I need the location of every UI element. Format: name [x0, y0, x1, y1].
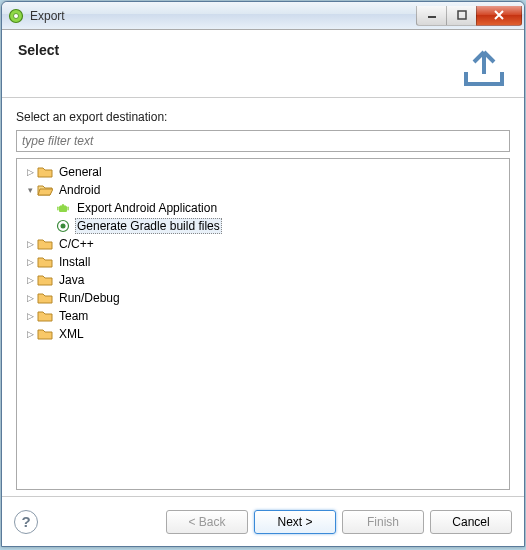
expand-icon[interactable]: ▷ [23, 237, 37, 251]
expand-icon[interactable]: ▷ [23, 327, 37, 341]
tree-label: Run/Debug [57, 290, 122, 306]
app-icon [8, 8, 24, 24]
folder-icon [37, 255, 53, 269]
expand-icon[interactable]: ▷ [23, 165, 37, 179]
tree-node-export-android-app[interactable]: Export Android Application [19, 199, 507, 217]
folder-icon [37, 309, 53, 323]
tree-node-rundebug[interactable]: ▷ Run/Debug [19, 289, 507, 307]
tree-node-team[interactable]: ▷ Team [19, 307, 507, 325]
tree-label: Java [57, 272, 86, 288]
gradle-icon [55, 219, 71, 233]
tree-node-xml[interactable]: ▷ XML [19, 325, 507, 343]
tree-label: Team [57, 308, 90, 324]
instruction-label: Select an export destination: [16, 110, 510, 124]
destination-tree[interactable]: ▷ General ▾ Android [16, 158, 510, 490]
folder-icon [37, 291, 53, 305]
page-title: Select [18, 42, 460, 58]
cancel-button[interactable]: Cancel [430, 510, 512, 534]
back-button[interactable]: < Back [166, 510, 248, 534]
tree-label: Export Android Application [75, 200, 219, 216]
next-button[interactable]: Next > [254, 510, 336, 534]
minimize-button[interactable] [416, 6, 446, 26]
expand-icon[interactable]: ▷ [23, 291, 37, 305]
tree-label: Install [57, 254, 92, 270]
tree-node-cpp[interactable]: ▷ C/C++ [19, 235, 507, 253]
folder-icon [37, 273, 53, 287]
svg-point-10 [61, 224, 66, 229]
folder-open-icon [37, 183, 53, 197]
expand-icon[interactable]: ▷ [23, 309, 37, 323]
folder-icon [37, 327, 53, 341]
tree-label: XML [57, 326, 86, 342]
tree-label: General [57, 164, 104, 180]
svg-rect-4 [59, 206, 67, 212]
expand-icon[interactable]: ▷ [23, 273, 37, 287]
collapse-icon[interactable]: ▾ [23, 183, 37, 197]
maximize-button[interactable] [446, 6, 476, 26]
svg-rect-7 [57, 207, 58, 211]
folder-icon [37, 165, 53, 179]
svg-point-5 [61, 204, 62, 205]
svg-point-6 [64, 204, 65, 205]
titlebar[interactable]: Export [2, 2, 524, 30]
tree-label: Android [57, 182, 102, 198]
export-icon [460, 42, 508, 90]
android-icon [55, 201, 71, 215]
dialog-footer: ? < Back Next > Finish Cancel [2, 496, 524, 546]
help-button[interactable]: ? [14, 510, 38, 534]
finish-button[interactable]: Finish [342, 510, 424, 534]
svg-rect-8 [67, 207, 68, 211]
window-title: Export [30, 9, 416, 23]
dialog-header: Select [2, 30, 524, 98]
expand-icon[interactable]: ▷ [23, 255, 37, 269]
export-dialog: Export Select Select an export destinati… [1, 1, 525, 547]
folder-icon [37, 237, 53, 251]
dialog-content: Select an export destination: ▷ General … [2, 98, 524, 496]
window-controls [416, 6, 522, 26]
svg-point-1 [14, 13, 19, 18]
filter-input[interactable] [16, 130, 510, 152]
svg-rect-3 [458, 11, 466, 19]
svg-rect-2 [428, 16, 436, 18]
tree-node-install[interactable]: ▷ Install [19, 253, 507, 271]
tree-node-android[interactable]: ▾ Android [19, 181, 507, 199]
tree-node-generate-gradle[interactable]: Generate Gradle build files [19, 217, 507, 235]
tree-label: Generate Gradle build files [75, 218, 222, 234]
tree-node-general[interactable]: ▷ General [19, 163, 507, 181]
tree-label: C/C++ [57, 236, 96, 252]
tree-node-java[interactable]: ▷ Java [19, 271, 507, 289]
close-button[interactable] [476, 6, 522, 26]
